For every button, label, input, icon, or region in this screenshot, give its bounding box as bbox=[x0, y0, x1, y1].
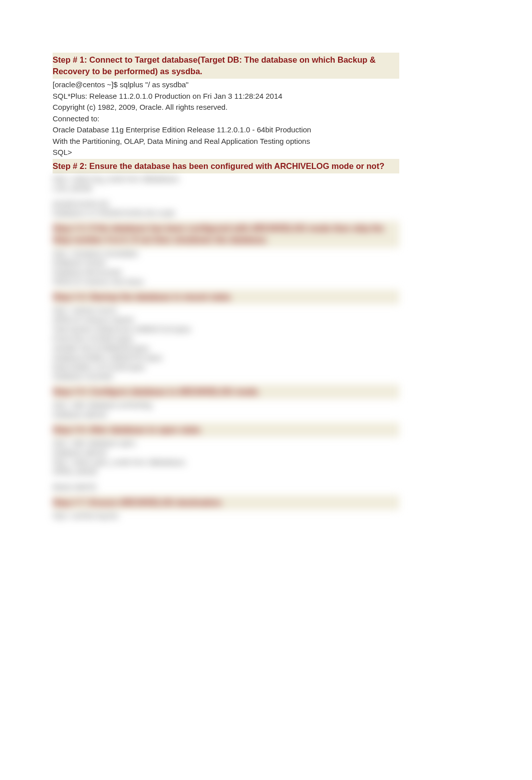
step-4-heading: Step # 4: Startup the database in mount … bbox=[53, 290, 399, 304]
blurred-line: READ WRITE bbox=[53, 483, 399, 492]
step-1-line-1: SQL*Plus: Release 11.2.0.1.0 Production … bbox=[53, 91, 399, 101]
blurred-line: ORACLE instance started. bbox=[53, 315, 399, 325]
blurred-line: Database altered. bbox=[53, 448, 399, 458]
blurred-line: Database altered. bbox=[53, 410, 399, 420]
blurred-line: SQL> archive log list; bbox=[53, 511, 399, 521]
step-2-heading: Step # 2: Ensure the database has been c… bbox=[53, 159, 399, 173]
step-1-line-5: With the Partitioning, OLAP, Data Mining… bbox=[53, 136, 399, 146]
step-1-line-3: Connected to: bbox=[53, 114, 399, 124]
step-7-heading: Step # 7: Ensure ARCHIVELOG destination. bbox=[53, 495, 399, 510]
step-1-line-2: Copyright (c) 1982, 2009, Oracle. All ri… bbox=[53, 102, 399, 112]
blurred-line: SQL> alter database open; bbox=[53, 439, 399, 448]
blurred-line: SQL> select open_mode from v$database; bbox=[53, 458, 399, 467]
blurred-line: ORACLE instance shut down. bbox=[53, 277, 399, 287]
blurred-line: Database Buffers 238026752 bytes bbox=[53, 353, 399, 363]
blurred-content: SQL> select log_mode from v$database; LO… bbox=[53, 174, 399, 521]
blurred-line: SQL> shutdown immediate; bbox=[53, 249, 399, 259]
blurred-line: Database mounted. bbox=[53, 372, 399, 381]
blurred-line: Database dismounted. bbox=[53, 268, 399, 277]
blurred-line: Redo Buffers 15712256 bytes bbox=[53, 363, 399, 372]
blurred-line: OPEN_MODE bbox=[53, 467, 399, 477]
blurred-line: LOG_MODE bbox=[53, 184, 399, 193]
document-content: Step # 1: Connect to Target database(Tar… bbox=[53, 53, 399, 521]
step-3-heading: Step # 3: If the database has been confi… bbox=[53, 221, 399, 247]
step-1-line-4: Oracle Database 11g Enterprise Edition R… bbox=[53, 125, 399, 135]
step-5-heading: Step # 5: Configure database in ARCHIVEL… bbox=[53, 384, 399, 399]
blurred-line: Database closed. bbox=[53, 258, 399, 268]
blurred-line: Variable Size 813696256 bytes bbox=[53, 344, 399, 353]
blurred-line: NOARCHIVELOG bbox=[53, 200, 399, 209]
blurred-line: SQL> startup mount; bbox=[53, 306, 399, 315]
step-1-line-6: SQL> bbox=[53, 147, 399, 157]
step-1-heading: Step # 1: Connect to Target database(Tar… bbox=[53, 53, 399, 79]
step-1-line-0: [oracle@centos ~]$ sqlplus "/ as sysdba" bbox=[53, 80, 399, 90]
blurred-line: Fixed Size 2213632 bytes bbox=[53, 334, 399, 344]
blurred-line: SQL> select log_mode from v$database; bbox=[53, 174, 399, 184]
step-6-heading: Step # 6: Alter database to open state. bbox=[53, 423, 399, 437]
blurred-line: Database is in NOARCHIVELOG mode bbox=[53, 209, 399, 218]
blurred-line: SQL> alter database archivelog; bbox=[53, 401, 399, 410]
blurred-line: Total System Global Area 1068937216 byte… bbox=[53, 325, 399, 334]
